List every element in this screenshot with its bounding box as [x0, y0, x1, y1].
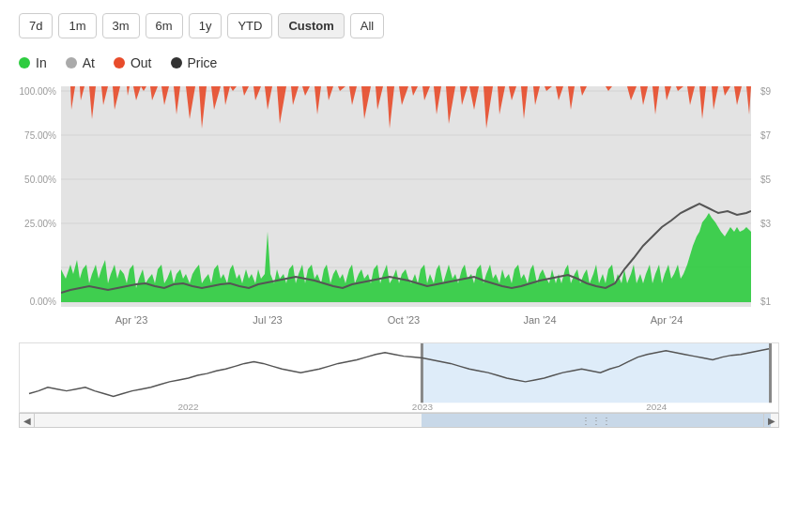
btn-3m[interactable]: 3m: [102, 13, 140, 38]
svg-text:Oct '23: Oct '23: [388, 314, 421, 326]
svg-text:50.00%: 50.00%: [24, 175, 56, 185]
scrollbar: ◀ ⋮⋮⋮ ▶: [19, 413, 779, 428]
scrollbar-thumb[interactable]: ⋮⋮⋮: [422, 414, 771, 427]
btn-1m[interactable]: 1m: [58, 13, 96, 38]
svg-text:$3: $3: [760, 219, 772, 229]
legend-dot-at: [66, 57, 77, 68]
legend-in: In: [19, 55, 47, 70]
mini-chart-svg: 2022 2023 2024 ⋮ ⋮: [20, 343, 778, 412]
legend-label-price: Price: [188, 55, 218, 70]
svg-text:Apr '23: Apr '23: [115, 314, 148, 326]
scrollbar-left-arrow[interactable]: ◀: [20, 413, 35, 428]
svg-text:0.00%: 0.00%: [30, 296, 56, 307]
main-chart-svg: 100.00% 75.00% 50.00% 25.00% 0.00% $9 $7…: [19, 82, 779, 335]
chart-legend: In At Out Price: [0, 48, 798, 82]
legend-dot-price: [171, 57, 182, 68]
legend-out: Out: [114, 55, 152, 70]
svg-text:2022: 2022: [177, 402, 198, 412]
svg-text:⋮: ⋮: [415, 364, 428, 378]
svg-text:2024: 2024: [646, 402, 668, 412]
svg-text:Jul '23: Jul '23: [253, 314, 282, 326]
svg-text:$5: $5: [760, 175, 772, 185]
mini-chart-container: 2022 2023 2024 ⋮ ⋮: [19, 342, 779, 413]
svg-text:$1: $1: [760, 296, 772, 307]
legend-label-in: In: [36, 55, 47, 70]
svg-rect-25: [422, 343, 769, 403]
svg-text:$7: $7: [760, 130, 772, 141]
main-chart-container: 100.00% 75.00% 50.00% 25.00% 0.00% $9 $7…: [19, 82, 779, 335]
btn-7d[interactable]: 7d: [19, 13, 53, 38]
svg-text:$9: $9: [760, 86, 772, 97]
btn-1y[interactable]: 1y: [189, 13, 223, 38]
svg-text:⋮: ⋮: [763, 364, 776, 378]
svg-text:75.00%: 75.00%: [24, 130, 56, 141]
legend-label-out: Out: [130, 55, 152, 70]
svg-text:25.00%: 25.00%: [24, 219, 56, 229]
legend-dot-in: [19, 57, 30, 68]
scrollbar-handle-icon: ⋮⋮⋮: [581, 416, 612, 426]
btn-ytd[interactable]: YTD: [227, 13, 272, 38]
legend-label-at: At: [83, 55, 95, 70]
svg-text:Jan '24: Jan '24: [523, 314, 556, 326]
btn-all[interactable]: All: [350, 13, 384, 38]
btn-custom[interactable]: Custom: [278, 13, 344, 38]
btn-6m[interactable]: 6m: [146, 13, 183, 38]
legend-dot-out: [114, 57, 125, 68]
legend-price: Price: [171, 55, 218, 70]
legend-at: At: [66, 55, 95, 70]
svg-text:Apr '24: Apr '24: [651, 314, 683, 326]
svg-text:100.00%: 100.00%: [20, 86, 57, 97]
scrollbar-right-arrow[interactable]: ▶: [763, 413, 778, 428]
time-range-bar: 7d 1m 3m 6m 1y YTD Custom All: [0, 0, 798, 48]
svg-text:2023: 2023: [412, 402, 434, 412]
